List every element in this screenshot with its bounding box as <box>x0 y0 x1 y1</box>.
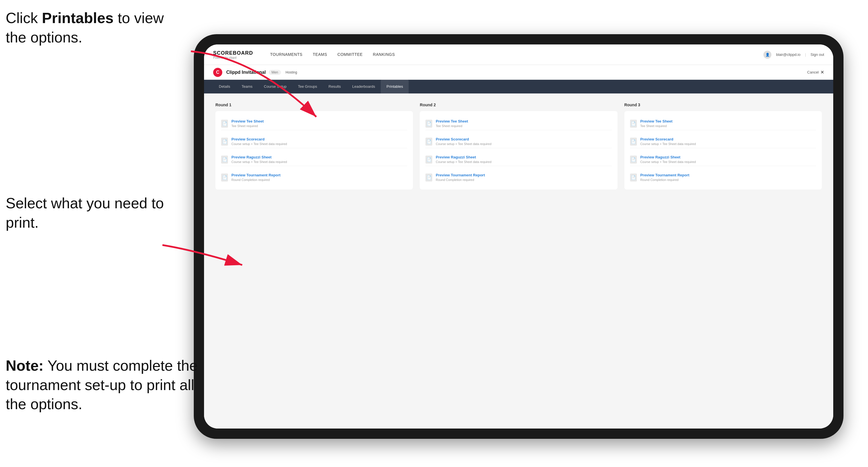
print-title-r2-3: Preview Raguzzi Sheet <box>436 155 491 159</box>
note-bold: Note: <box>6 357 43 374</box>
round-3-card: Preview Tee SheetTee Sheet requiredPrevi… <box>624 111 822 189</box>
print-subtitle-r2-2: Course setup + Tee Sheet data required <box>436 142 491 146</box>
print-title-r2-4: Preview Tournament Report <box>436 173 485 177</box>
print-subtitle-r2-4: Round Completion required <box>436 178 485 182</box>
print-subtitle-r1-2: Course setup + Tee Sheet data required <box>231 142 287 146</box>
print-item-r1-4[interactable]: Preview Tournament ReportRound Completio… <box>221 171 407 184</box>
print-title-r2-1: Preview Tee Sheet <box>436 119 468 123</box>
print-text-r1-3: Preview Raguzzi SheetCourse setup + Tee … <box>231 155 287 163</box>
print-icon-r2-2 <box>426 137 432 146</box>
cancel-icon: ✕ <box>820 69 824 75</box>
print-text-r2-4: Preview Tournament ReportRound Completio… <box>436 173 485 182</box>
print-item-r3-4[interactable]: Preview Tournament ReportRound Completio… <box>630 171 816 184</box>
print-item-r2-3[interactable]: Preview Raguzzi SheetCourse setup + Tee … <box>426 153 612 166</box>
print-title-r3-3: Preview Raguzzi Sheet <box>640 155 696 159</box>
print-title-r1-4: Preview Tournament Report <box>231 173 280 177</box>
round-3: Round 3Preview Tee SheetTee Sheet requir… <box>624 102 822 189</box>
print-text-r3-2: Preview ScorecardCourse setup + Tee Shee… <box>640 137 696 146</box>
print-subtitle-r1-4: Round Completion required <box>231 178 280 182</box>
main-content: Round 1Preview Tee SheetTee Sheet requir… <box>204 93 833 429</box>
print-icon-r2-1 <box>426 120 432 128</box>
printables-bold: Printables <box>42 10 114 26</box>
print-subtitle-r2-3: Course setup + Tee Sheet data required <box>436 160 491 163</box>
print-subtitle-r3-1: Tee Sheet required <box>640 124 673 128</box>
print-item-r2-4[interactable]: Preview Tournament ReportRound Completio… <box>426 171 612 184</box>
print-icon-r2-3 <box>426 156 432 163</box>
print-item-r1-3[interactable]: Preview Raguzzi SheetCourse setup + Tee … <box>221 153 407 166</box>
tab-printables[interactable]: Printables <box>381 80 409 93</box>
middle-annotation: Select what you need to print. <box>6 194 171 232</box>
print-subtitle-r3-3: Course setup + Tee Sheet data required <box>640 160 696 163</box>
print-icon-r3-4 <box>630 174 637 182</box>
print-subtitle-r3-2: Course setup + Tee Sheet data required <box>640 142 696 146</box>
nav-separator: | <box>805 53 806 57</box>
print-item-r3-3[interactable]: Preview Raguzzi SheetCourse setup + Tee … <box>630 153 816 166</box>
print-item-r2-1[interactable]: Preview Tee SheetTee Sheet required <box>426 117 612 130</box>
print-text-r3-1: Preview Tee SheetTee Sheet required <box>640 119 673 128</box>
print-title-r3-1: Preview Tee Sheet <box>640 119 673 123</box>
middle-annotation-text: Select what you need to print. <box>6 195 164 231</box>
cancel-button[interactable]: Cancel ✕ <box>807 69 824 75</box>
print-icon-r1-4 <box>221 174 228 182</box>
user-email: blair@clippd.io <box>776 53 800 57</box>
print-text-r1-4: Preview Tournament ReportRound Completio… <box>231 173 280 182</box>
print-subtitle-r2-1: Tee Sheet required <box>436 124 468 128</box>
print-item-r3-1[interactable]: Preview Tee SheetTee Sheet required <box>630 117 816 130</box>
print-text-r2-3: Preview Raguzzi SheetCourse setup + Tee … <box>436 155 491 163</box>
print-icon-r3-1 <box>630 120 637 128</box>
top-nav-links: TOURNAMENTS TEAMS COMMITTEE RANKINGS <box>270 51 764 58</box>
tab-leaderboards[interactable]: Leaderboards <box>346 80 381 93</box>
user-avatar: 👤 <box>764 51 771 59</box>
round-3-title: Round 3 <box>624 102 822 107</box>
print-title-r3-4: Preview Tournament Report <box>640 173 689 177</box>
print-item-r2-2[interactable]: Preview ScorecardCourse setup + Tee Shee… <box>426 135 612 148</box>
print-icon-r1-3 <box>221 156 228 163</box>
print-title-r2-2: Preview Scorecard <box>436 137 491 141</box>
round-2-card: Preview Tee SheetTee Sheet requiredPrevi… <box>420 111 617 189</box>
nav-rankings[interactable]: RANKINGS <box>373 51 395 58</box>
cancel-label: Cancel <box>807 70 819 74</box>
print-subtitle-r3-4: Round Completion required <box>640 178 689 182</box>
print-title-r3-2: Preview Scorecard <box>640 137 696 141</box>
print-text-r2-1: Preview Tee SheetTee Sheet required <box>436 119 468 128</box>
arrow-print-items <box>140 234 254 279</box>
print-subtitle-r1-3: Course setup + Tee Sheet data required <box>231 160 287 163</box>
print-icon-r3-2 <box>630 137 637 146</box>
round-2: Round 2Preview Tee SheetTee Sheet requir… <box>420 102 617 189</box>
top-nav-right: 👤 blair@clippd.io | Sign out <box>764 51 824 59</box>
nav-committee[interactable]: COMMITTEE <box>337 51 363 58</box>
arrow-printables <box>140 34 339 143</box>
print-title-r1-3: Preview Raguzzi Sheet <box>231 155 287 159</box>
print-icon-r2-4 <box>426 174 432 182</box>
print-text-r2-2: Preview ScorecardCourse setup + Tee Shee… <box>436 137 491 146</box>
sign-out-link[interactable]: Sign out <box>810 53 824 57</box>
bottom-annotation: Note: You must complete the tournament s… <box>6 356 199 414</box>
print-text-r3-3: Preview Raguzzi SheetCourse setup + Tee … <box>640 155 696 163</box>
round-2-title: Round 2 <box>420 102 617 107</box>
print-text-r3-4: Preview Tournament ReportRound Completio… <box>640 173 689 182</box>
print-item-r3-2[interactable]: Preview ScorecardCourse setup + Tee Shee… <box>630 135 816 148</box>
print-icon-r3-3 <box>630 156 637 163</box>
